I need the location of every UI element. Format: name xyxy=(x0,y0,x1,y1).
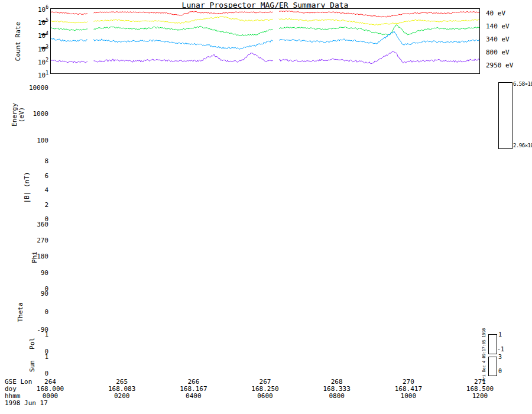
legend-item-label: 340 eV xyxy=(486,35,510,43)
y-tick-label: 102 xyxy=(28,57,48,66)
legend-item-label: 140 eV xyxy=(486,22,510,30)
y-tick-label: 0 xyxy=(34,370,48,377)
y-tick-label: 4 xyxy=(28,187,48,193)
theta-plot xyxy=(50,294,480,331)
y-tick-label: 6 xyxy=(28,173,48,179)
legend-item-label: 40 eV xyxy=(486,9,505,17)
pol-colorbar-max: 1 xyxy=(498,331,502,338)
y-tick-label: 90 xyxy=(28,290,48,297)
x-tick-label: 0600 xyxy=(239,393,292,400)
count-rate-axis-label: Count Rate xyxy=(15,6,23,77)
legend-item: 40 eV xyxy=(486,9,530,17)
outer-tick xyxy=(41,34,47,35)
sun-bar-plot xyxy=(50,357,480,376)
y-tick-label: 106 xyxy=(28,4,48,13)
count-rate-plot xyxy=(50,8,480,74)
creation-timestamp: Fri Dec 4 09:17:05 1998 xyxy=(482,325,488,384)
energy-spectrogram-plot xyxy=(50,80,480,149)
y-tick-label: 100 xyxy=(24,137,48,144)
y-tick-label: 1 xyxy=(34,331,48,338)
y-tick-label: 10000 xyxy=(24,85,48,91)
outer-tick xyxy=(41,21,47,22)
theta-axis-label: Theta xyxy=(17,297,25,327)
y-tick-label: 8 xyxy=(28,158,48,164)
phi-plot xyxy=(50,225,480,290)
y-tick-label: 1 xyxy=(34,354,48,360)
x-tick-label: 0400 xyxy=(167,393,220,400)
pol-colorbar xyxy=(488,334,497,354)
sun-colorbar-max: 3 xyxy=(498,354,502,360)
y-tick-label: 360 xyxy=(28,221,48,228)
x-tick-label: 1200 xyxy=(453,393,507,400)
colorbar-max-label: 6.58×105 xyxy=(513,80,532,87)
colorbar-min-label: 2.96×101 xyxy=(513,141,532,148)
xaxis-date-label: 1998 Jun 17 xyxy=(5,400,48,407)
y-tick-label: 90 xyxy=(28,270,48,276)
legend-item: 340 eV xyxy=(486,35,530,43)
legend-item: 140 eV xyxy=(486,22,530,30)
y-tick-label: 101 xyxy=(28,70,48,79)
legend-item-label: 800 eV xyxy=(486,48,510,56)
y-tick-label: 0 xyxy=(28,309,48,315)
lunar-prospector-summary-plot: Lunar Prospector MAG/ER Summary Data Cou… xyxy=(0,0,532,414)
y-tick-label: 180 xyxy=(28,253,48,260)
outer-tick xyxy=(41,47,47,48)
x-tick-label: 1000 xyxy=(382,393,435,400)
x-tick-label: 0200 xyxy=(95,393,148,400)
sun-colorbar-min: 0 xyxy=(498,368,502,374)
y-tick-label: 2 xyxy=(28,202,48,208)
y-tick-label: 270 xyxy=(28,237,48,244)
legend-item-label: 2950 eV xyxy=(486,62,513,69)
y-tick-label: 1000 xyxy=(24,111,48,117)
legend-item: 2950 eV xyxy=(486,62,530,69)
spectrogram-colorbar xyxy=(498,82,512,149)
bmag-plot xyxy=(50,155,480,220)
pol-colorbar-min: -1 xyxy=(497,346,504,352)
x-tick-label: 0000 xyxy=(24,393,77,400)
sun-colorbar xyxy=(488,357,497,376)
legend-item: 800 eV xyxy=(486,48,530,56)
pol-bar-plot xyxy=(50,334,480,354)
x-tick-label: 0800 xyxy=(310,393,364,400)
